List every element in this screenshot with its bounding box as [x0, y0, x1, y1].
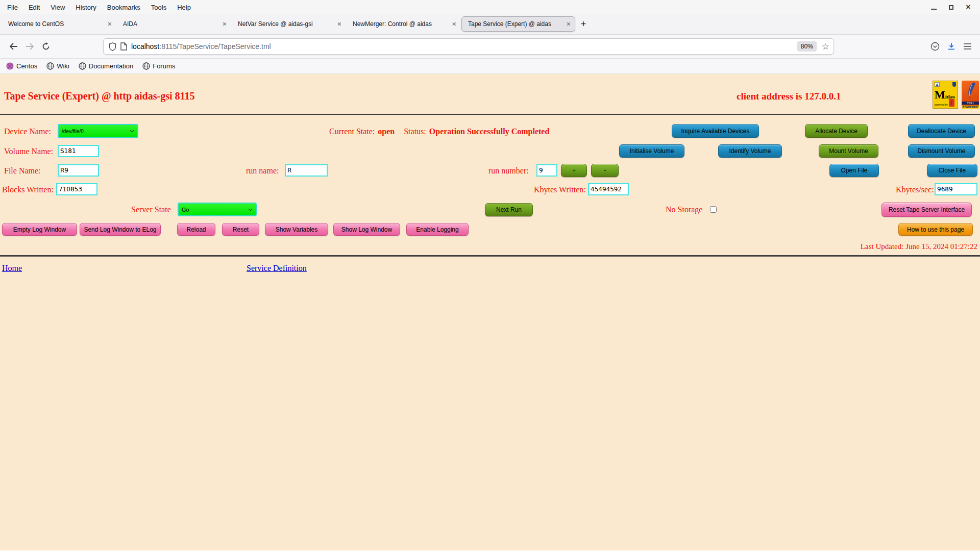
reset-tape-server-interface-button[interactable]: Reset Tape Server Interface: [881, 203, 972, 217]
tab-close-icon[interactable]: ×: [219, 20, 227, 28]
show-variables-button[interactable]: Show Variables: [265, 223, 328, 236]
reload-icon[interactable]: [38, 38, 54, 55]
enable-logging-button[interactable]: Enable Logging: [406, 223, 469, 236]
zoom-level-badge[interactable]: 80%: [797, 41, 817, 52]
allocate-device-button[interactable]: Allocate Device: [805, 124, 868, 138]
centos-icon: [6, 62, 14, 70]
tab-label: Tape Service (Expert) @ aidas: [468, 20, 564, 28]
new-tab-button[interactable]: +: [576, 16, 591, 32]
tcl-powered-logo[interactable]: TCL! POWERED: [962, 81, 979, 109]
service-definition-link[interactable]: Service Definition: [247, 264, 307, 273]
tab-close-icon[interactable]: ×: [449, 20, 456, 28]
inquire-available-devices-button[interactable]: Inquire Available Devices: [672, 124, 759, 138]
midas-feather-icon: [949, 99, 954, 107]
reset-button[interactable]: Reset: [222, 223, 259, 236]
status-value: Operation Successfully Completed: [429, 127, 550, 136]
tcl-powered-text: POWERED: [962, 106, 979, 109]
pocket-icon[interactable]: [930, 42, 940, 51]
menu-edit[interactable]: Edit: [29, 4, 40, 11]
chevron-down-icon: [248, 208, 253, 211]
back-icon[interactable]: [5, 38, 21, 55]
how-to-use-this-page-button[interactable]: How to use this page: [898, 223, 973, 236]
mount-volume-button[interactable]: Mount Volume: [819, 144, 878, 158]
menu-tools[interactable]: Tools: [151, 4, 166, 11]
dismount-volume-button[interactable]: Dismount Volume: [908, 144, 975, 158]
tab-netvar-service[interactable]: NetVar Service @ aidas-gsi ×: [232, 16, 346, 32]
menu-history[interactable]: History: [76, 4, 96, 11]
navigation-toolbar: localhost:8115/TapeService/TapeService.t…: [0, 35, 980, 59]
file-name-input[interactable]: [58, 164, 99, 177]
close-window-icon[interactable]: ×: [965, 4, 972, 11]
current-state-label: Current State:: [329, 127, 375, 136]
menu-file[interactable]: File: [7, 4, 18, 11]
run-number-increment-button[interactable]: +: [561, 164, 587, 177]
server-state-select[interactable]: Go: [178, 203, 257, 216]
empty-log-window-button[interactable]: Empty Log Window: [2, 223, 77, 236]
open-file-button[interactable]: Open File: [829, 164, 879, 177]
tab-label: AIDA: [123, 20, 219, 28]
file-name-label: File Name:: [4, 166, 41, 176]
deallocate-device-button[interactable]: Deallocate Device: [908, 124, 975, 138]
midas-logo[interactable]: Midas powered by: [933, 81, 958, 109]
page-info-icon[interactable]: [120, 42, 127, 51]
tab-tape-service-active[interactable]: Tape Service (Expert) @ aidas ×: [461, 16, 575, 32]
kbytes-written-input[interactable]: [588, 183, 629, 195]
run-name-input[interactable]: [285, 164, 328, 177]
shield-icon[interactable]: [109, 42, 116, 51]
show-log-window-button[interactable]: Show Log Window: [333, 223, 400, 236]
tab-aida[interactable]: AIDA ×: [117, 16, 231, 32]
tab-close-icon[interactable]: ×: [564, 20, 571, 28]
client-address: client address is 127.0.0.1: [737, 91, 841, 102]
page-title: Tape Service (Expert) @ http aidas-gsi 8…: [4, 90, 194, 102]
bookmark-label: Forums: [153, 62, 175, 70]
tab-label: NewMerger: Control @ aidas: [353, 20, 449, 28]
url-bar[interactable]: localhost:8115/TapeService/TapeService.t…: [103, 38, 834, 55]
bookmark-centos[interactable]: Centos: [6, 62, 37, 70]
tab-close-icon[interactable]: ×: [334, 20, 341, 28]
maximize-icon[interactable]: [947, 4, 954, 11]
divider-top: [0, 114, 980, 115]
kbytes-written-label: Kbytes Written:: [534, 185, 586, 194]
send-log-window-to-elog-button[interactable]: Send Log Window to ELog: [80, 223, 161, 236]
tab-close-icon[interactable]: ×: [105, 20, 112, 28]
status-label: Status:: [404, 127, 426, 136]
run-number-label: run number:: [488, 166, 529, 176]
menu-view[interactable]: View: [51, 4, 65, 11]
no-storage-checkbox[interactable]: [710, 206, 717, 213]
tcl-logo-text: TCL!: [962, 102, 979, 105]
blocks-written-input[interactable]: [56, 183, 97, 195]
run-number-input[interactable]: [536, 164, 557, 177]
bookmark-wiki[interactable]: Wiki: [46, 62, 69, 70]
run-number-decrement-button[interactable]: -: [591, 164, 619, 177]
no-storage-label: No Storage: [666, 205, 702, 214]
reload-button[interactable]: Reload: [177, 223, 215, 236]
kbytes-per-sec-label: Kbytes/sec:: [896, 185, 934, 194]
next-run-button[interactable]: Next Run: [485, 203, 533, 216]
window-controls: ×: [930, 4, 980, 11]
device-name-select[interactable]: /dev/file/0: [58, 124, 138, 138]
menu-bar: File Edit View History Bookmarks Tools H…: [0, 0, 980, 14]
menu-bookmarks[interactable]: Bookmarks: [107, 4, 140, 11]
bookmark-documentation[interactable]: Documentation: [79, 62, 133, 70]
bookmark-star-icon[interactable]: ☆: [822, 41, 829, 52]
close-file-button[interactable]: Close File: [927, 164, 977, 177]
downloads-icon[interactable]: [947, 42, 956, 51]
home-link[interactable]: Home: [2, 264, 22, 273]
device-name-label: Device Name:: [4, 127, 51, 136]
tab-newmerger-control[interactable]: NewMerger: Control @ aidas ×: [347, 16, 460, 32]
server-state-label: Server State: [131, 205, 171, 214]
menu-help[interactable]: Help: [177, 4, 191, 11]
server-state-value: Go: [182, 207, 248, 213]
divider-bottom: [0, 255, 980, 257]
volume-name-input[interactable]: [58, 145, 99, 157]
bookmark-forums[interactable]: Forums: [142, 62, 175, 70]
identify-volume-button[interactable]: Identify Volume: [718, 144, 782, 158]
minimize-icon[interactable]: [930, 4, 937, 11]
url-host: localhost: [131, 42, 159, 51]
forward-icon[interactable]: [21, 38, 38, 55]
hamburger-menu-icon[interactable]: [963, 43, 972, 50]
run-name-label: run name:: [246, 166, 279, 176]
initialise-volume-button[interactable]: Initialise Volume: [619, 144, 684, 158]
kbytes-per-sec-input[interactable]: [935, 183, 977, 195]
tab-welcome-centos[interactable]: Welcome to CentOS ×: [2, 16, 116, 32]
